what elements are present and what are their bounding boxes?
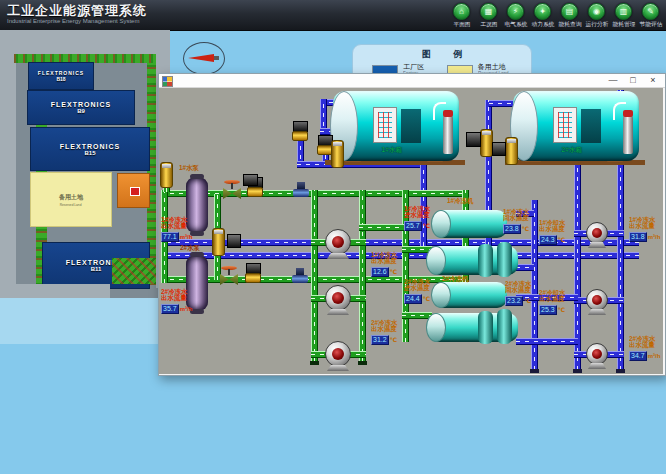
chilled-pipe bbox=[359, 190, 366, 362]
sensor-reading: 1#冷却水 出水温度 24.3℃ bbox=[539, 219, 568, 245]
yellow-pump[interactable] bbox=[505, 137, 518, 165]
yellow-pump[interactable] bbox=[212, 228, 225, 256]
valve-stem bbox=[228, 269, 230, 275]
reading-unit: m³/h bbox=[648, 234, 661, 240]
orange-building[interactable] bbox=[117, 173, 150, 208]
reading-label: 2#冷冻水 出水流量 bbox=[161, 288, 190, 301]
compass bbox=[183, 42, 225, 75]
solenoid-valve[interactable] bbox=[293, 182, 309, 197]
minimize-button[interactable]: — bbox=[605, 74, 621, 86]
toolbar-button-energy-evaluation[interactable]: ✎ 节能评估 bbox=[637, 1, 664, 29]
reading-label: 1#冷冻水 出水流量 bbox=[629, 216, 658, 229]
reading-value: 23.8 bbox=[503, 224, 521, 234]
electrical-system-icon: ⚡ bbox=[507, 3, 524, 20]
reading-label: 1#冷冻水 进水温度 bbox=[404, 205, 430, 218]
reading-value: 35.7 bbox=[161, 304, 179, 314]
reading-value: 77.1 bbox=[161, 232, 179, 242]
solenoid-valve[interactable] bbox=[292, 268, 308, 283]
chiller-1-upper-cylinder[interactable] bbox=[433, 210, 507, 238]
reading-label: 2#冷却水 出水温度 bbox=[539, 289, 565, 302]
app-subtitle: Industrial Enterprise Energy Management … bbox=[7, 18, 147, 25]
manual-valve[interactable] bbox=[220, 266, 238, 285]
toolbar-button-process-view[interactable]: ▦ 工况图 bbox=[475, 1, 502, 29]
sensor-reading: 1#冷冻水 回水温度 23.8℃ bbox=[503, 208, 532, 234]
reading-value: 12.6 bbox=[371, 267, 389, 277]
yellow-pump[interactable] bbox=[160, 162, 173, 188]
sensor-reading: 2#冷冻水 进水温度 24.4℃ bbox=[404, 278, 433, 304]
title-block: 工业企业能源管理系统 Industrial Enterprise Energy … bbox=[7, 3, 147, 25]
header-bar: 工业企业能源管理系统 Industrial Enterprise Energy … bbox=[0, 0, 666, 31]
pipe-end-cap bbox=[530, 369, 539, 373]
tank-door bbox=[401, 109, 421, 143]
reading-unit: ℃ bbox=[390, 269, 397, 275]
chilled-water-pump-2[interactable] bbox=[325, 285, 351, 311]
valve-body bbox=[292, 131, 308, 141]
actuated-valve[interactable] bbox=[292, 121, 308, 141]
tank-gauge-equipment[interactable] bbox=[443, 116, 453, 154]
pump-controller bbox=[243, 174, 258, 186]
cooling-water-pump-1[interactable] bbox=[586, 222, 608, 244]
reading-label: 1#冷冻水 出水流量 bbox=[161, 216, 190, 229]
reading-unit: m³/h bbox=[180, 234, 193, 240]
toolbar-button-energy-query[interactable]: ▤ 能耗查询 bbox=[556, 1, 583, 29]
close-button[interactable]: × bbox=[645, 74, 661, 86]
building-code: B18 bbox=[56, 76, 65, 82]
cylinder-end-cap bbox=[431, 282, 451, 308]
building-b18[interactable]: FLEXTRONICS B18 bbox=[28, 62, 94, 90]
yellow-pump[interactable] bbox=[331, 140, 344, 168]
reading-value: 24.4 bbox=[404, 294, 422, 304]
maximize-button[interactable]: □ bbox=[625, 74, 641, 86]
window-icon bbox=[162, 76, 173, 87]
toolbar-button-plan-view[interactable]: ⌂ 平面图 bbox=[448, 1, 475, 29]
building-b9[interactable]: FLEXTRONICS B9 bbox=[27, 90, 135, 125]
valve-body bbox=[247, 187, 263, 197]
valve-body bbox=[292, 275, 308, 283]
toolbar-button-electrical-system[interactable]: ⚡ 电气系统 bbox=[502, 1, 529, 29]
tank-door bbox=[581, 109, 601, 143]
site-map: FLEXTRONICS B18 FLEXTRONICS B9 FLEXTRONI… bbox=[0, 30, 170, 344]
chilled-water-pump-1[interactable] bbox=[325, 229, 351, 255]
reading-label: 2#冷冻水 出水流量 bbox=[629, 335, 658, 348]
valve-body bbox=[220, 274, 238, 285]
cooling-water-pump-3[interactable] bbox=[586, 343, 608, 365]
green-patch bbox=[112, 258, 156, 284]
toolbar: ⌂ 平面图 ▦ 工况图 ⚡ 电气系统 ✦ 动力系统 ▤ 能耗查询 ◉ 运行分析 bbox=[448, 1, 664, 29]
reading-unit: ℃ bbox=[558, 237, 565, 243]
window-titlebar[interactable]: — □ × bbox=[159, 74, 665, 88]
process-diagram-window: — □ × bbox=[158, 73, 666, 376]
chiller-header bbox=[497, 242, 512, 277]
tank-level-panel bbox=[373, 107, 397, 143]
cylinder-end-cap bbox=[426, 246, 446, 275]
toolbar-button-power-system[interactable]: ✦ 动力系统 bbox=[529, 1, 556, 29]
toolbar-button-energy-management[interactable]: ▥ 能耗管理 bbox=[610, 1, 637, 29]
chiller-label: 2#冷冻机 bbox=[442, 275, 468, 281]
reading-value: 25.7 bbox=[404, 221, 422, 231]
sensor-reading: 1#冷冻水 出水流量 77.1m³/h bbox=[161, 216, 192, 242]
manual-valve[interactable] bbox=[223, 180, 241, 199]
toolbar-label: 电气系统 bbox=[504, 20, 527, 29]
reading-label: 1#冷却水 出水温度 bbox=[539, 219, 565, 232]
chiller-2-upper-cylinder[interactable] bbox=[433, 282, 507, 308]
pipe-end-cap bbox=[310, 361, 319, 365]
tank-gauge-equipment[interactable] bbox=[623, 116, 633, 154]
compass-tail-icon bbox=[214, 56, 219, 60]
pipe-end-cap bbox=[358, 361, 367, 365]
building-code: B11 bbox=[91, 266, 102, 272]
reading-unit: m³/h bbox=[648, 353, 661, 359]
cooling-pipe bbox=[420, 161, 427, 246]
cooling-water-pump-2[interactable] bbox=[586, 289, 608, 311]
building-b15[interactable]: FLEXTRONICS B15 bbox=[30, 127, 150, 171]
sensor-reading: 2#冷冻水 出水流量 35.7m³/h bbox=[161, 288, 192, 314]
power-system-icon: ✦ bbox=[534, 3, 551, 20]
valve-actuator bbox=[296, 268, 304, 275]
actuated-valve[interactable] bbox=[245, 263, 261, 283]
chilled-water-pump-3[interactable] bbox=[325, 341, 351, 367]
legend-title: 图 例 bbox=[353, 45, 531, 62]
toolbar-button-operation-analysis[interactable]: ◉ 运行分析 bbox=[583, 1, 610, 29]
building-name: FLEXTRONICS bbox=[60, 143, 120, 150]
reading-label: 2#冷冻水 回水温度 bbox=[505, 280, 531, 293]
reading-unit: ℃ bbox=[522, 226, 529, 232]
pump-label: 2#水泵 bbox=[180, 244, 200, 250]
cylinder-end-cap bbox=[431, 210, 451, 238]
sensor-reading: 2#冷冻水 回水温度 23.2℃ bbox=[505, 280, 534, 306]
